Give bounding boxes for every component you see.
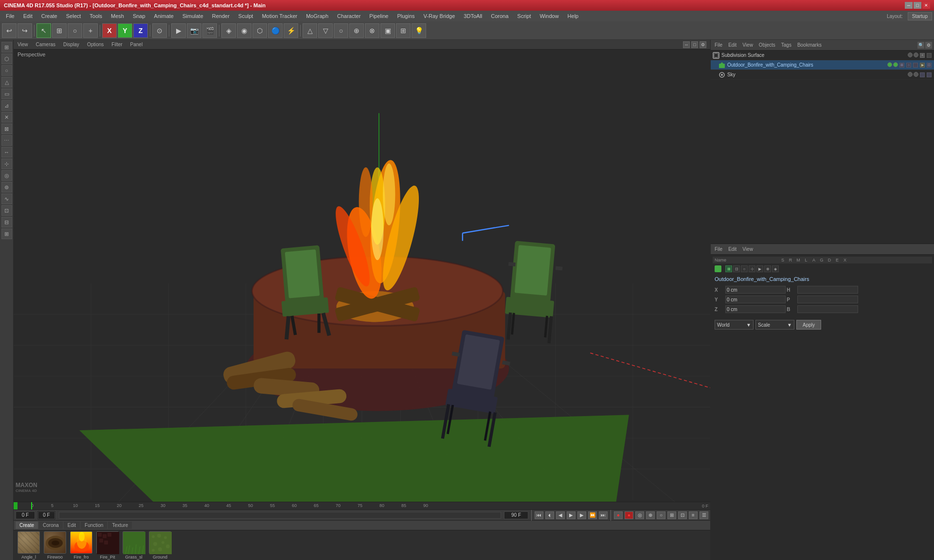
left-btn-13[interactable]: ⊚ <box>1 182 12 192</box>
tab-create[interactable]: Create <box>16 522 38 529</box>
render-frame[interactable]: 🎬 <box>202 23 217 38</box>
polygon-mode[interactable]: ⬡ <box>252 23 267 38</box>
left-btn-15[interactable]: ⊡ <box>1 205 12 216</box>
menu-vray[interactable]: V-Ray Bridge <box>420 12 459 20</box>
obj-menu-objects[interactable]: Objects <box>757 42 777 48</box>
snap-tool[interactable]: ◈ <box>221 23 236 38</box>
attr-flag-5[interactable]: ▶ <box>756 265 763 272</box>
render-region[interactable]: 📷 <box>187 23 201 38</box>
attr-flag-6[interactable]: ⊗ <box>764 265 771 272</box>
step-fwd-btn[interactable]: ▶ <box>577 511 586 519</box>
coord-x-pos[interactable] <box>725 286 786 294</box>
coord-y-size[interactable] <box>797 296 858 303</box>
menu-plugins[interactable]: Plugins <box>393 12 418 20</box>
left-btn-3[interactable]: ○ <box>1 65 12 76</box>
viewport-settings[interactable]: ⚙ <box>700 41 706 48</box>
left-btn-2[interactable]: ⬡ <box>1 53 12 64</box>
material-tool[interactable]: △ <box>303 23 317 38</box>
left-btn-8[interactable]: ⊠ <box>1 123 12 134</box>
record-keyframe-btn[interactable]: ◎ <box>635 511 644 519</box>
goto-start-btn[interactable]: ⏮ <box>535 511 543 519</box>
material-fire[interactable]: Fire_fro <box>70 531 92 560</box>
apply-button[interactable]: Apply <box>796 320 821 330</box>
left-btn-4[interactable]: △ <box>1 77 12 88</box>
axis-z[interactable]: Z <box>133 23 148 38</box>
attr-flag-2[interactable]: ⊡ <box>733 265 740 272</box>
menu-mesh[interactable]: Mesh <box>107 12 128 20</box>
viewport-maximize[interactable]: □ <box>691 41 698 48</box>
timeline-scrubber[interactable] <box>59 512 501 519</box>
obj-menu-view[interactable]: View <box>740 42 755 48</box>
timeline-btn[interactable]: ⊞ <box>667 511 676 519</box>
record-btn[interactable]: ● <box>614 511 623 519</box>
obj-item-bonfire[interactable]: Outdoor_Bonfire_with_Camping_Chairs ⊞ ○ … <box>711 60 934 70</box>
vp-menu-panel[interactable]: Panel <box>128 42 145 47</box>
left-btn-16[interactable]: ⊟ <box>1 217 12 228</box>
menu-mograph[interactable]: MoGraph <box>302 12 332 20</box>
scale-dropdown[interactable]: Scale ▼ <box>755 320 794 330</box>
obj-menu-edit[interactable]: Edit <box>726 42 738 48</box>
obj-item-sky[interactable]: Sky <box>711 70 934 80</box>
attr-flag-4[interactable]: ⊹ <box>749 265 755 272</box>
obj-expand[interactable]: + <box>920 53 925 58</box>
menu-3dtoall[interactable]: 3DToAll <box>460 12 486 20</box>
left-btn-5[interactable]: ▭ <box>1 88 12 99</box>
undo-button[interactable]: ↩ <box>2 23 17 38</box>
snap-2d[interactable]: ◉ <box>237 23 251 38</box>
move-tool[interactable]: ↖ <box>36 23 51 38</box>
material-angle[interactable]: Angle_l <box>18 531 40 560</box>
menu-edit[interactable]: Edit <box>19 12 36 20</box>
bonfire-expand[interactable]: ⊞ <box>899 63 904 68</box>
material-ground[interactable]: Ground <box>149 531 171 560</box>
menu-simulate[interactable]: Simulate <box>179 12 207 20</box>
vp-menu-filter[interactable]: Filter <box>109 42 124 47</box>
left-btn-11[interactable]: ⊹ <box>1 158 12 169</box>
start-frame-input[interactable] <box>16 511 35 519</box>
generator-tool[interactable]: ○ <box>334 23 348 38</box>
grid-tool[interactable]: ⊞ <box>396 23 411 38</box>
axis-x[interactable]: X <box>102 23 117 38</box>
coord-x-size[interactable] <box>797 286 858 294</box>
play-btn[interactable]: ▶ <box>567 511 575 519</box>
menu-motion-tracker[interactable]: Motion Tracker <box>258 12 301 20</box>
obj-search[interactable]: 🔍 <box>917 42 924 49</box>
maximize-button[interactable]: □ <box>914 2 921 9</box>
menu-render[interactable]: Render <box>208 12 234 20</box>
menu-select[interactable]: Select <box>62 12 85 20</box>
left-btn-9[interactable]: ⋯ <box>1 135 12 146</box>
menu-sculpt[interactable]: Sculpt <box>234 12 257 20</box>
render-preview[interactable]: ▶ <box>171 23 186 38</box>
left-btn-10[interactable]: ↔ <box>1 147 12 158</box>
edge-mode[interactable]: 🔵 <box>268 23 283 38</box>
tab-function[interactable]: Function <box>81 522 107 529</box>
menu-tools[interactable]: Tools <box>86 12 106 20</box>
tab-texture[interactable]: Texture <box>108 522 132 529</box>
menu-help[interactable]: Help <box>564 12 583 20</box>
obj-menu-tags[interactable]: Tags <box>779 42 793 48</box>
goto-end-btn[interactable]: ⏭ <box>599 511 608 519</box>
timeline[interactable]: 0 5 10 15 20 25 30 35 40 45 50 55 60 65 … <box>14 502 710 510</box>
left-btn-17[interactable]: ⊞ <box>1 228 12 239</box>
attr-menu-edit[interactable]: Edit <box>726 246 738 252</box>
close-button[interactable]: ✕ <box>922 2 930 9</box>
deformer-tool[interactable]: ▽ <box>318 23 333 38</box>
coord-y-pos[interactable] <box>725 296 786 303</box>
vp-menu-display[interactable]: Display <box>61 42 81 47</box>
menu-snap[interactable]: Snap <box>129 12 149 20</box>
scale-tool[interactable]: + <box>83 23 98 38</box>
object-list[interactable]: Subdivision Surface + <box>711 51 934 244</box>
current-frame-input[interactable] <box>38 511 55 519</box>
menu-character[interactable]: Character <box>333 12 364 20</box>
camera-tool[interactable]: ▣ <box>380 23 395 38</box>
tab-edit[interactable]: Edit <box>64 522 80 529</box>
obj-menu-bookmarks[interactable]: Bookmarks <box>795 42 824 48</box>
layout-dropdown[interactable]: Startup <box>908 12 932 20</box>
menu-file[interactable]: File <box>2 12 18 20</box>
vp-menu-cameras[interactable]: Cameras <box>34 42 58 47</box>
tab-corona[interactable]: Corona <box>39 522 63 529</box>
coord-z-pos[interactable] <box>725 305 786 313</box>
vp-menu-options[interactable]: Options <box>85 42 106 47</box>
log-btn[interactable]: ≡ <box>689 511 698 519</box>
material-grass[interactable]: Grass_sl <box>123 531 145 560</box>
lamp-tool[interactable]: 💡 <box>412 23 426 38</box>
